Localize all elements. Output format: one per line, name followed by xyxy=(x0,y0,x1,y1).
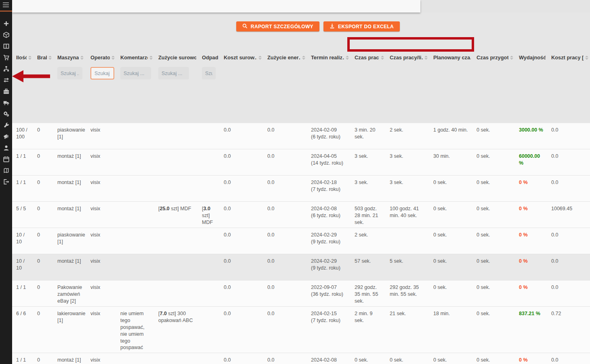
search-cell-koszt_pracy xyxy=(547,67,590,79)
book-icon[interactable] xyxy=(3,167,9,174)
cell-czas-pracy: 503 godz. 28 min. 21 sek. xyxy=(351,202,386,228)
sort-icon[interactable] xyxy=(381,54,384,60)
search-cell-operator xyxy=(86,67,116,79)
megaphone-icon[interactable] xyxy=(3,133,9,140)
column-header-ilosc[interactable]: Ilość xyxy=(12,54,33,61)
search-input-maszyna[interactable] xyxy=(57,67,82,79)
main-content: RAPORT SZCZEGÓŁOWY EKSPORT DO EXCELA Ilo… xyxy=(12,13,590,364)
column-header-koszt_pracy[interactable]: Koszt pracy [… xyxy=(547,54,590,61)
search-cell-czas_pracy_li xyxy=(386,67,429,79)
cell-planowany-czas: 30 min. xyxy=(429,149,472,175)
cell-koszt-surowcow: 0.0 xyxy=(220,254,263,280)
cell-ilosc: 10 / 10 xyxy=(12,228,33,254)
sort-icon[interactable] xyxy=(48,54,52,60)
column-header-czas_przygotowania[interactable]: Czas przygot… xyxy=(472,54,515,61)
cell-komentarze xyxy=(116,353,154,364)
sitemap-icon[interactable] xyxy=(3,65,9,72)
column-header-czas_pracy_li[interactable]: Czas pracy/li… xyxy=(386,54,429,61)
column-label: Ilość xyxy=(16,54,27,61)
column-label: Koszt pracy [… xyxy=(551,54,584,61)
cell-zuzycie-surowcow: [25.0 szt] MDF xyxy=(154,202,198,228)
column-header-wydajnosc[interactable]: Wydajność xyxy=(515,54,547,61)
cell-koszt-surowcow: 0.0 xyxy=(220,202,263,228)
cell-zuzycie-energii: 0.0 xyxy=(263,254,307,280)
cell-operator: visix xyxy=(86,176,116,201)
cell-czas-pracy: 2 min. 9 sek. xyxy=(351,307,386,353)
user-icon[interactable] xyxy=(3,144,9,151)
cell-operator: visix xyxy=(86,123,116,149)
search-icon xyxy=(242,23,248,30)
search-cell-maszyna xyxy=(53,67,86,79)
search-input-odpady[interactable] xyxy=(202,67,216,79)
search-input-zuzycie_surowcow[interactable] xyxy=(158,67,189,79)
sort-icon[interactable] xyxy=(80,54,84,60)
cell-czas-przygotowania: 0 sek. xyxy=(472,202,515,228)
column-header-braki[interactable]: Braki xyxy=(33,54,53,61)
sort-icon[interactable] xyxy=(111,54,115,60)
cell-koszt-pracy: 0.0 xyxy=(547,123,590,149)
column-header-maszyna[interactable]: Maszyna xyxy=(53,54,86,61)
cell-planowany-czas: 0 sek. xyxy=(429,353,472,364)
cell-wydajnosc: 0 % xyxy=(515,228,547,254)
column-header-koszt_surowcow[interactable]: Koszt surow… xyxy=(220,54,263,61)
column-header-czas_pracy[interactable]: Czas pracy xyxy=(351,54,386,61)
export-excel-button[interactable]: EKSPORT DO EXCELA xyxy=(323,21,400,31)
cell-operator: visix xyxy=(86,254,116,280)
column-header-operator[interactable]: Operator xyxy=(86,54,116,61)
sort-icon[interactable] xyxy=(28,54,31,60)
cell-czas-pracy-li xyxy=(386,228,429,254)
cell-zuzycie-energii: 0.0 xyxy=(263,353,307,364)
cell-koszt-pracy: 0.0 xyxy=(547,254,590,280)
cell-komentarze xyxy=(116,123,154,149)
column-header-zuzycie_surowcow[interactable]: Zużycie surowc… xyxy=(154,54,198,61)
cell-termin: 2024-02-08(6 tydz. roku) xyxy=(307,202,351,228)
sort-icon[interactable] xyxy=(149,54,153,60)
table-row: 10 / 100montaż [1]visix0.00.02024-02-29(… xyxy=(12,254,590,280)
cell-planowany-czas: 0 sek. xyxy=(429,202,472,228)
sort-icon[interactable] xyxy=(424,54,428,60)
cell-czas-pracy: 2 sek. xyxy=(351,228,386,254)
table-row: 1 / 10montaż [1]visix0.00.02024-02-08(6 … xyxy=(12,353,590,364)
cell-zuzycie-surowcow xyxy=(154,176,198,201)
table-row: 100 / 1000piaskowanie [1]visix0.00.02024… xyxy=(12,123,590,149)
column-header-odpady[interactable]: Odpady xyxy=(198,54,220,61)
sort-icon[interactable] xyxy=(585,54,588,60)
plus-icon[interactable] xyxy=(3,20,9,27)
cell-czas-przygotowania: 0 sek. xyxy=(472,353,515,364)
wrench-icon[interactable] xyxy=(3,122,9,128)
cell-koszt-pracy: 0.72 xyxy=(547,307,590,353)
cell-koszt-surowcow: 0.0 xyxy=(220,307,263,353)
detailed-report-label: RAPORT SZCZEGÓŁOWY xyxy=(251,24,313,29)
table-body: 100 / 1000piaskowanie [1]visix0.00.02024… xyxy=(12,123,590,364)
sort-icon[interactable] xyxy=(346,54,349,60)
sort-icon[interactable] xyxy=(510,54,513,60)
column-header-komentarze[interactable]: Komentarze xyxy=(116,54,154,61)
cell-odpady xyxy=(198,307,220,353)
briefcase-icon[interactable] xyxy=(3,88,9,94)
column-header-planowany_czas[interactable]: Planowany cza… xyxy=(429,54,472,61)
column-header-zuzycie_energii[interactable]: Zużycie ener… xyxy=(263,54,307,61)
column-label: Koszt surow… xyxy=(224,54,257,61)
columns-icon[interactable] xyxy=(3,43,9,49)
cart-icon[interactable] xyxy=(3,54,9,61)
table-row: 1 / 10Pakowanie zamówień eBay [2]visix0.… xyxy=(12,280,590,307)
cell-zuzycie-surowcow xyxy=(154,149,198,175)
search-input-komentarze[interactable] xyxy=(120,67,151,79)
cell-czas-przygotowania: 0 sek. xyxy=(472,280,515,306)
sign-out-icon[interactable] xyxy=(3,178,9,185)
package-icon[interactable] xyxy=(3,31,9,38)
cell-koszt-surowcow: 0.0 xyxy=(220,280,263,306)
sort-icon[interactable] xyxy=(258,54,262,60)
truck-icon[interactable] xyxy=(3,99,9,106)
column-header-termin[interactable]: Termin realiz… xyxy=(307,54,351,61)
hamburger-menu-icon[interactable] xyxy=(0,0,12,10)
transfer-icon[interactable] xyxy=(3,77,9,83)
sort-icon[interactable] xyxy=(302,54,305,60)
search-input-operator[interactable] xyxy=(90,67,114,79)
detailed-report-button[interactable]: RAPORT SZCZEGÓŁOWY xyxy=(236,21,319,31)
cell-operator: visix xyxy=(86,280,116,306)
cell-wydajnosc: 0 % xyxy=(515,353,547,364)
calendar-icon[interactable] xyxy=(3,156,9,162)
table-search-row xyxy=(12,67,590,79)
gears-icon[interactable] xyxy=(3,111,9,117)
